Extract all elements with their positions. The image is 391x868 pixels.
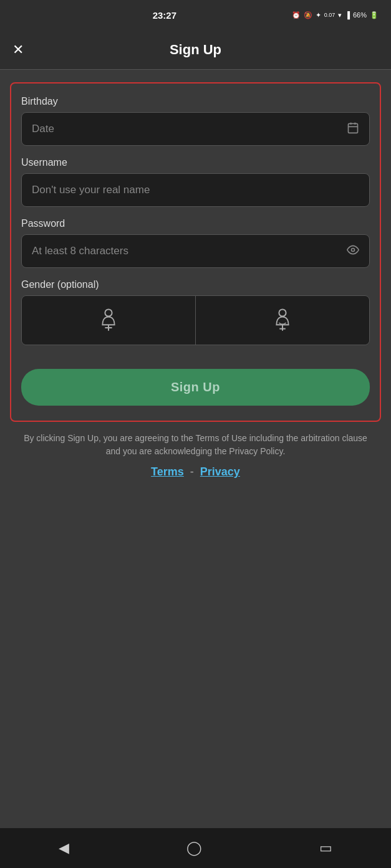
battery-level: 66%	[353, 11, 367, 19]
alarm-icon: ⏰	[292, 11, 301, 19]
eye-icon[interactable]	[347, 244, 359, 259]
home-button[interactable]: ◯	[186, 840, 202, 856]
privacy-link[interactable]: Privacy	[200, 465, 240, 479]
bluetooth-icon: ✦	[316, 11, 321, 19]
status-bar: 23:27 ⏰ 🔕 ✦ 0.07 ▾ ▐ 66% 🔋	[0, 0, 391, 30]
gender-label: Gender (optional)	[21, 279, 370, 290]
birthday-field-group: Birthday	[21, 96, 370, 146]
password-field-group: Password	[21, 218, 370, 268]
svg-point-5	[105, 309, 112, 316]
link-separator: -	[190, 465, 194, 479]
battery-icon: 🔋	[370, 11, 379, 19]
calendar-icon	[347, 122, 359, 137]
password-label: Password	[21, 218, 370, 229]
username-field-group: Username	[21, 157, 370, 207]
bell-icon: 🔕	[304, 11, 312, 19]
username-input[interactable]	[32, 184, 359, 196]
disclaimer-text: By clicking Sign Up, you are agreeing to…	[10, 432, 381, 458]
navigation-bar: ◀ ◯ ▭	[0, 828, 391, 868]
gender-male-button[interactable]	[22, 296, 196, 345]
links-row: Terms - Privacy	[151, 465, 240, 479]
wifi-icon: ▾	[338, 11, 342, 19]
female-icon	[273, 308, 292, 333]
svg-point-8	[279, 309, 286, 316]
username-input-wrapper[interactable]	[21, 173, 370, 207]
signup-form: Birthday Username	[10, 82, 381, 422]
terms-link[interactable]: Terms	[151, 465, 184, 479]
close-button[interactable]: ✕	[12, 43, 24, 57]
back-button[interactable]: ◀	[59, 840, 69, 856]
page-title: Sign Up	[12, 42, 379, 58]
status-time: 23:27	[37, 10, 292, 21]
svg-point-4	[352, 248, 355, 251]
birthday-label: Birthday	[21, 96, 370, 107]
svg-rect-0	[349, 123, 358, 133]
signup-button[interactable]: Sign Up	[21, 369, 370, 406]
password-input[interactable]	[32, 245, 347, 257]
birthday-input-wrapper[interactable]	[21, 112, 370, 146]
app-header: ✕ Sign Up	[0, 30, 391, 70]
username-label: Username	[21, 157, 370, 168]
recents-button[interactable]: ▭	[319, 840, 332, 856]
gender-selector	[21, 295, 370, 345]
status-icons: ⏰ 🔕 ✦ 0.07 ▾ ▐ 66% 🔋	[292, 11, 379, 19]
signal-icon: ▐	[345, 11, 350, 19]
main-content: Birthday Username	[0, 70, 391, 828]
birthday-input[interactable]	[32, 123, 347, 135]
male-icon	[99, 308, 118, 333]
password-input-wrapper[interactable]	[21, 234, 370, 268]
gender-female-button[interactable]	[196, 296, 369, 345]
gender-field-group: Gender (optional)	[21, 279, 370, 345]
data-speed: 0.07	[324, 12, 335, 18]
